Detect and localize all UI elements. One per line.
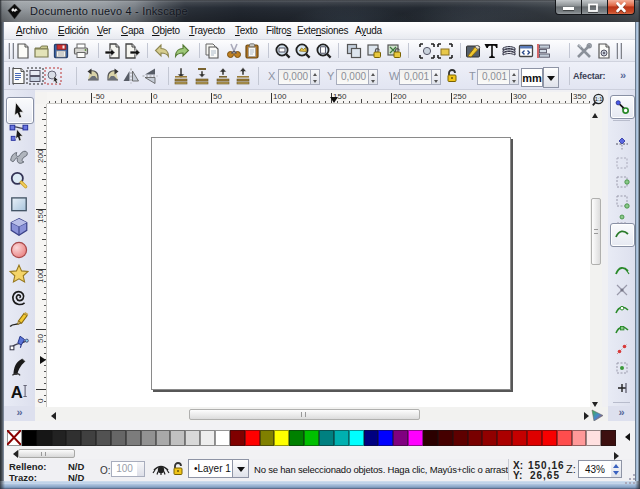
svg-text:1:1: 1:1: [595, 96, 603, 102]
svg-text:A: A: [11, 383, 23, 401]
